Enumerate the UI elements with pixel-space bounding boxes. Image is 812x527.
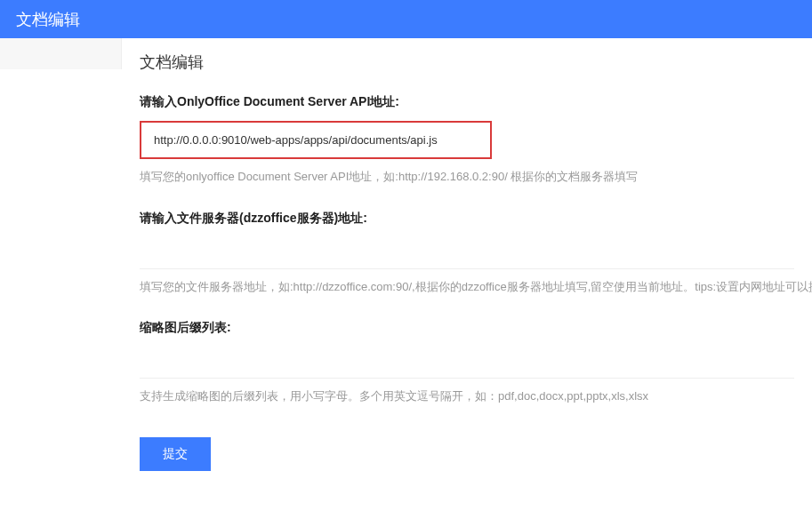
file-server-label: 请输入文件服务器(dzzoffice服务器)地址:	[140, 211, 794, 227]
thumbnail-label: 缩略图后缀列表:	[140, 320, 794, 336]
sidebar	[0, 38, 122, 69]
api-url-help: 填写您的onlyoffice Document Server API地址，如:h…	[140, 168, 794, 186]
api-url-section: 请输入OnlyOffice Document Server API地址: 填写您…	[140, 94, 794, 186]
api-url-highlight-box	[140, 121, 492, 159]
api-url-input-wrap	[140, 121, 794, 159]
thumbnail-help: 支持生成缩略图的后缀列表，用小写字母。多个用英文逗号隔开，如：pdf,doc,d…	[140, 387, 794, 405]
file-server-section: 请输入文件服务器(dzzoffice服务器)地址: 填写您的文件服务器地址，如:…	[140, 211, 794, 296]
api-url-label: 请输入OnlyOffice Document Server API地址:	[140, 94, 794, 110]
main-container: 文档编辑 请输入OnlyOffice Document Server API地址…	[0, 38, 812, 527]
file-server-input-wrap	[140, 237, 794, 269]
thumbnail-input[interactable]	[140, 347, 794, 379]
main-content: 文档编辑 请输入OnlyOffice Document Server API地址…	[122, 38, 812, 527]
header-bar: 文档编辑	[0, 0, 812, 38]
api-url-input[interactable]	[143, 124, 488, 156]
file-server-help: 填写您的文件服务器地址，如:http://dzzoffice.com:90/,根…	[140, 278, 794, 296]
page-title: 文档编辑	[140, 52, 794, 73]
thumbnail-section: 缩略图后缀列表: 支持生成缩略图的后缀列表，用小写字母。多个用英文逗号隔开，如：…	[140, 320, 794, 405]
header-title: 文档编辑	[16, 9, 80, 30]
file-server-input[interactable]	[140, 237, 794, 269]
thumbnail-input-wrap	[140, 347, 794, 379]
submit-button[interactable]: 提交	[140, 437, 211, 471]
